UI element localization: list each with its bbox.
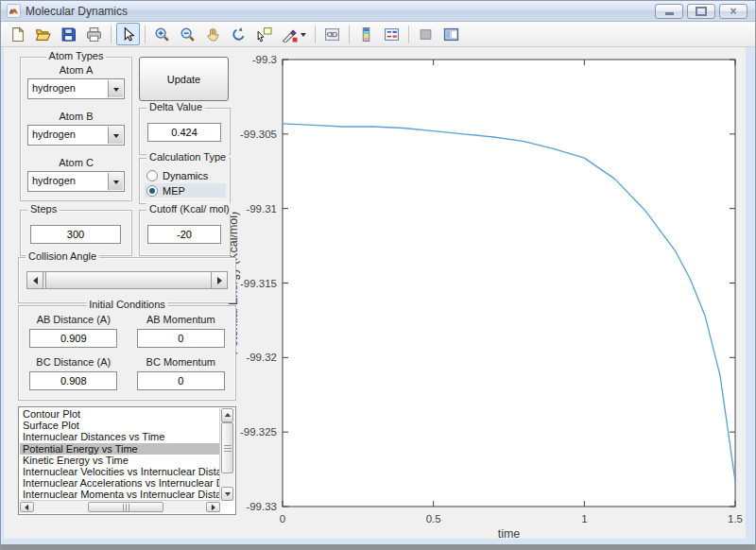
scroll-down-button[interactable] <box>221 487 233 501</box>
hide-plot-tools-button[interactable] <box>414 23 438 45</box>
thumb-grip-icon <box>224 445 232 452</box>
atom-a-dropdown[interactable]: hydrogen <box>27 78 125 99</box>
link-plot-button[interactable] <box>320 23 344 45</box>
show-plot-tools-icon <box>443 26 459 43</box>
steps-field[interactable] <box>30 225 121 244</box>
slider-right-arrow[interactable] <box>211 272 227 288</box>
window-frame <box>746 47 755 539</box>
vertical-scroll-thumb[interactable] <box>221 422 233 473</box>
scroll-left-button[interactable] <box>20 502 34 512</box>
initial-condition-field: AB Distance (A) <box>25 314 123 348</box>
radio-icon[interactable] <box>146 185 158 197</box>
steps-panel: Steps <box>20 210 132 256</box>
initial-conditions-title: Initial Conditions <box>86 299 168 310</box>
cutoff-field[interactable] <box>147 225 221 244</box>
atom-label: Atom C <box>27 157 125 168</box>
update-button[interactable]: Update <box>139 57 229 101</box>
zoom-in-button[interactable] <box>150 23 174 45</box>
save-button[interactable] <box>57 23 80 45</box>
x-tick-label: 0 <box>280 513 285 524</box>
list-item[interactable]: Internuclear Accelerations vs Internucle… <box>20 477 220 489</box>
close-icon: × <box>730 7 736 16</box>
maximize-icon <box>696 7 707 16</box>
window-frame <box>1 47 4 539</box>
arrow-right-icon <box>212 504 218 509</box>
open-file-button[interactable] <box>31 23 55 45</box>
bc-momentum-field[interactable] <box>137 371 225 390</box>
list-item[interactable]: Potential Energy vs Time <box>20 443 220 455</box>
scroll-right-button[interactable] <box>206 502 220 512</box>
initial-conditions-panel: Initial Conditions AB Distance (A)AB Mom… <box>18 305 236 401</box>
chevron-down-icon[interactable] <box>301 33 306 40</box>
radio-label: MEP <box>163 185 185 197</box>
radio-option-dynamics[interactable]: Dynamics <box>145 168 226 182</box>
minimize-button[interactable] <box>655 4 683 19</box>
radio-label: Dynamics <box>163 170 208 181</box>
link-plot-icon <box>324 26 340 43</box>
new-file-icon <box>9 26 26 43</box>
insert-legend-button[interactable] <box>380 23 404 45</box>
delta-value-field[interactable] <box>147 123 221 142</box>
save-icon <box>60 26 77 43</box>
toolbar-separator <box>349 26 350 43</box>
insert-colorbar-button[interactable] <box>354 23 378 45</box>
arrow-up-icon <box>224 410 230 417</box>
toolbar-separator <box>408 26 409 43</box>
atom-types-panel: Atom Types Atom AhydrogenAtom BhydrogenA… <box>20 57 132 201</box>
dropdown-arrow-button[interactable] <box>108 80 123 97</box>
list-item[interactable]: Internuclear Velocities vs Internuclear … <box>20 466 220 477</box>
horizontal-scroll-thumb[interactable] <box>88 502 163 512</box>
arrow-left-icon <box>29 277 38 284</box>
calculation-type-panel: Calculation Type DynamicsMEP <box>139 158 231 204</box>
ab-momentum-field[interactable] <box>137 329 225 348</box>
close-button[interactable]: × <box>719 4 747 19</box>
ab-distance-a--field[interactable] <box>29 329 117 348</box>
edit-plot-icon <box>120 26 136 43</box>
window-title: Molecular Dynamics <box>26 5 655 18</box>
insert-colorbar-icon <box>358 26 374 43</box>
brush-button[interactable] <box>278 23 310 45</box>
scroll-up-button[interactable] <box>221 408 233 422</box>
atom-b-dropdown[interactable]: hydrogen <box>27 125 125 146</box>
list-item[interactable]: Internuclear Momenta vs Internuclear Dis… <box>20 489 220 500</box>
dropdown-arrow-button[interactable] <box>108 173 123 190</box>
field-label: AB Momentum <box>132 314 231 325</box>
show-plot-tools-button[interactable] <box>439 23 463 45</box>
list-item[interactable]: Surface Plot <box>20 420 220 431</box>
atom-c-dropdown[interactable]: hydrogen <box>27 171 125 192</box>
dropdown-value: hydrogen <box>32 126 76 144</box>
open-file-icon <box>35 26 51 43</box>
bc-distance-a--field[interactable] <box>29 371 117 390</box>
listbox-horizontal-scrollbar[interactable] <box>20 500 220 513</box>
cutoff-title: Cutoff (Kcal/ mol) <box>146 203 232 215</box>
list-item[interactable]: Contour Plot <box>20 408 220 420</box>
arrow-right-icon <box>217 277 226 284</box>
radio-icon[interactable] <box>146 170 158 181</box>
y-tick-label: -99.305 <box>240 129 277 140</box>
slider-left-arrow[interactable] <box>27 272 43 288</box>
collision-angle-slider[interactable] <box>26 271 228 289</box>
edit-plot-button[interactable] <box>116 23 140 45</box>
rotate-3d-button[interactable] <box>227 23 250 45</box>
initial-condition-field: AB Momentum <box>132 314 231 348</box>
field-label: BC Momentum <box>132 356 231 368</box>
delta-value-panel: Delta Value <box>139 108 231 155</box>
dropdown-arrow-button[interactable] <box>108 127 123 144</box>
data-cursor-button[interactable] <box>252 23 276 45</box>
atom-field: Atom Chydrogen <box>27 157 125 192</box>
slider-thumb[interactable] <box>45 272 211 288</box>
maximize-button[interactable] <box>687 4 715 19</box>
pan-button[interactable] <box>201 23 225 45</box>
collision-angle-title: Collision Angle <box>26 250 99 262</box>
radio-option-mep[interactable]: MEP <box>145 183 226 198</box>
toolbar-separator <box>111 26 112 43</box>
list-item[interactable]: Kinetic Energy vs Time <box>20 455 220 466</box>
print-button[interactable] <box>82 23 106 45</box>
zoom-out-button[interactable] <box>176 23 199 45</box>
listbox-vertical-scrollbar[interactable] <box>219 408 234 501</box>
new-file-button[interactable] <box>6 23 29 45</box>
y-tick-label: -99.33 <box>246 501 277 512</box>
field-label: AB Distance (A) <box>25 314 123 325</box>
plot-type-listbox[interactable]: Contour PlotSurface PlotInternuclear Dis… <box>18 406 236 515</box>
list-item[interactable]: Internuclear Distances vs Time <box>20 431 220 442</box>
